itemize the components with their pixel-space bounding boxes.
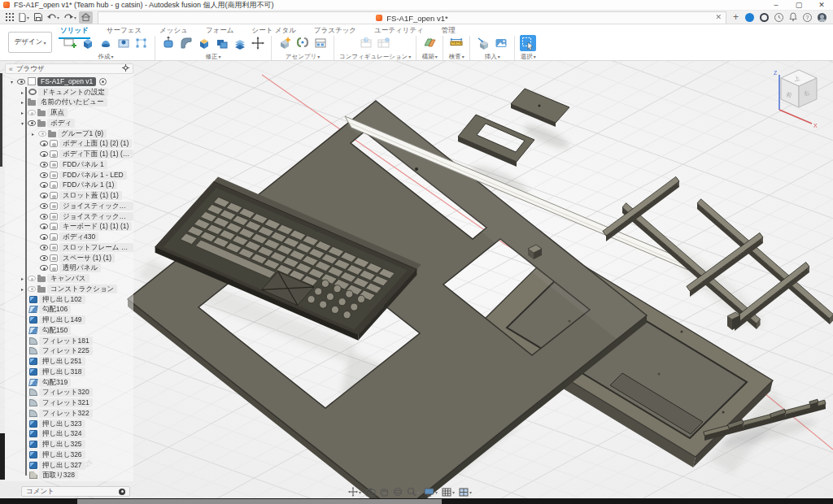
browser-tree-row[interactable]: 押し出し324 (5, 429, 133, 440)
sketch-palette-icon[interactable] (133, 35, 150, 51)
browser-tree-row[interactable]: 押し出し251 (5, 356, 133, 367)
tree-item-label[interactable]: ジョイスティックポート (1) (1) (1) (1) (59, 212, 133, 221)
comment-settings-icon[interactable] (119, 489, 125, 495)
tree-item-label[interactable]: 押し出し324 (39, 429, 85, 438)
browser-tree-row[interactable]: 勾配106 (5, 305, 133, 315)
visibility-eye-icon[interactable] (40, 162, 48, 167)
help-icon[interactable]: ? (803, 13, 812, 22)
visibility-eye-icon[interactable] (40, 172, 48, 178)
joint-icon[interactable] (294, 35, 311, 51)
browser-tree-row[interactable]: FDDパネル 1 (1) (5, 180, 133, 191)
browser-tree-row[interactable]: フィレット320 (5, 388, 133, 398)
visibility-eye-icon[interactable] (40, 255, 48, 261)
display-settings-icon[interactable]: ▾ (424, 488, 438, 497)
group-label-inspect[interactable]: 検査▾ (449, 53, 464, 61)
tree-item-label[interactable]: 押し出し102 (39, 295, 85, 304)
tree-item-label[interactable]: ボディ上面 (1) (2) (1) (59, 139, 132, 148)
visibility-eye-icon[interactable] (40, 203, 48, 209)
offset-face-icon[interactable] (232, 35, 248, 51)
tree-item-label[interactable]: 押し出し325 (39, 440, 85, 449)
tree-item-label[interactable]: ボディ (47, 119, 75, 128)
expander-arrow-icon[interactable]: ▸ (19, 276, 26, 281)
tree-item-label[interactable]: 透明パネル (59, 263, 101, 272)
tree-item-label[interactable]: 原点 (47, 108, 68, 117)
tree-item-label[interactable]: 面取り328 (39, 471, 78, 479)
construction-plane-icon[interactable] (421, 35, 438, 51)
close-button[interactable]: ✕ (810, 0, 833, 11)
browser-header[interactable]: « ブラウザ (5, 63, 133, 74)
zoom-icon[interactable]: ▾ (407, 487, 420, 497)
browser-tree-row[interactable]: 押し出し327 (5, 460, 133, 471)
browser-tree-row[interactable]: スペーサ (1) (1) (5, 253, 133, 263)
expander-arrow-icon[interactable]: ▸ (19, 286, 26, 292)
move-copy-icon[interactable] (250, 35, 266, 51)
comment-bar[interactable]: コメント (21, 486, 130, 497)
tree-item-label[interactable]: FDDパネル 1 (59, 160, 107, 169)
revolve-icon[interactable] (98, 35, 114, 51)
redo-icon[interactable]: ▾ (62, 11, 79, 24)
browser-tree-row[interactable]: ジョイスティックポート (1) (1) (1) (1) (5, 211, 133, 222)
select-icon[interactable] (520, 35, 536, 51)
tree-item-label[interactable]: 押し出し327 (39, 461, 85, 470)
combine-icon[interactable] (214, 35, 230, 51)
pan-hand-icon[interactable] (380, 487, 389, 497)
visibility-eye-icon[interactable] (28, 110, 36, 115)
visibility-eye-icon[interactable] (28, 276, 36, 281)
browser-tree-row[interactable]: フィレット322 (5, 408, 133, 419)
tree-item-label[interactable]: フィレット320 (39, 388, 93, 397)
tree-item-label[interactable]: フィレット181 (39, 337, 93, 345)
press-pull-icon[interactable] (160, 35, 177, 51)
document-tab[interactable]: FS-A1F_open v1* ✕ (98, 11, 726, 24)
browser-tree-row[interactable]: 押し出し325 (5, 439, 133, 450)
browser-tree-row[interactable]: 押し出し102 (5, 294, 133, 305)
browser-tree-row[interactable]: ジョイスティックポート (1) (1) (1) (1) (5, 201, 133, 211)
expander-arrow-icon[interactable]: ▾ (19, 120, 26, 126)
browser-tree-row[interactable]: 押し出し323 (5, 419, 133, 429)
browser-tree-row[interactable]: ボディ430 (5, 232, 133, 242)
visibility-eye-icon[interactable] (40, 141, 48, 146)
tree-item-label[interactable]: 押し出し149 (39, 315, 85, 324)
expander-arrow-icon[interactable]: ▸ (29, 131, 37, 137)
browser-tree-row[interactable]: スロットフレーム (1) (1) (5, 242, 133, 253)
insert-canvas-icon[interactable] (493, 35, 509, 51)
tree-item-label[interactable]: フィレット322 (39, 409, 93, 418)
viewports-icon[interactable]: ▾ (459, 488, 472, 497)
hole-icon[interactable] (116, 35, 132, 51)
expander-arrow-icon[interactable]: ▸ (19, 99, 26, 105)
group-label-assemble[interactable]: アセンブリ▾ (286, 53, 320, 61)
visibility-eye-icon[interactable] (40, 182, 48, 188)
visibility-eye-icon[interactable] (28, 286, 36, 292)
browser-tree-row[interactable]: フィレット225 (5, 346, 133, 357)
visibility-eye-icon[interactable] (40, 151, 48, 157)
save-icon[interactable] (32, 11, 45, 24)
browser-tree-row[interactable]: 透明パネル (5, 263, 133, 274)
browser-tree-row[interactable]: ▸ コンストラクション (5, 284, 133, 294)
tree-item-label[interactable]: ボディ430 (59, 232, 98, 241)
browser-tree-row[interactable]: 押し出し149 (5, 315, 133, 325)
group-label-modify[interactable]: 修正▾ (205, 53, 220, 61)
collapse-panel-icon[interactable]: « (9, 65, 13, 73)
tree-item-label[interactable]: 押し出し326 (39, 450, 85, 459)
browser-tree-row[interactable]: 面取り328 (5, 471, 133, 480)
tree-item-label[interactable]: フィレット321 (39, 398, 93, 407)
visibility-eye-icon[interactable] (17, 79, 25, 85)
tree-item-label[interactable]: キーボード (1) (1) (1) (59, 222, 132, 231)
group-label-configure[interactable]: コンフィギュレーション▾ (339, 53, 411, 61)
browser-tree-row[interactable]: 勾配150 (5, 325, 133, 336)
orbit-move-icon[interactable]: ▾ (348, 487, 361, 497)
browser-tree-row[interactable]: ▸ 名前の付いたビュー (5, 98, 133, 108)
extrude-icon[interactable] (80, 35, 96, 51)
visibility-eye-icon[interactable] (40, 193, 48, 198)
browser-tree-row[interactable]: ▸ キャンバス (5, 273, 133, 284)
configuration-table-icon[interactable] (376, 35, 392, 51)
tree-item-label[interactable]: 勾配319 (39, 378, 71, 387)
browser-tree-row[interactable]: ボディ上面 (1) (2) (1) (5, 139, 133, 150)
tree-item-label[interactable]: スロット蓋 (1) (1) (59, 191, 122, 200)
grid-snaps-icon[interactable]: ▾ (442, 488, 455, 497)
minimize-button[interactable]: – (765, 0, 787, 11)
browser-tree-row[interactable]: ▸ 原点 (5, 107, 133, 118)
file-menu-icon[interactable]: ▾ (16, 11, 32, 24)
browser-tree-row[interactable]: 押し出し326 (5, 450, 133, 460)
maximize-button[interactable]: ▢ (787, 0, 810, 11)
tree-item-label[interactable]: スロットフレーム (1) (1) (59, 243, 133, 252)
